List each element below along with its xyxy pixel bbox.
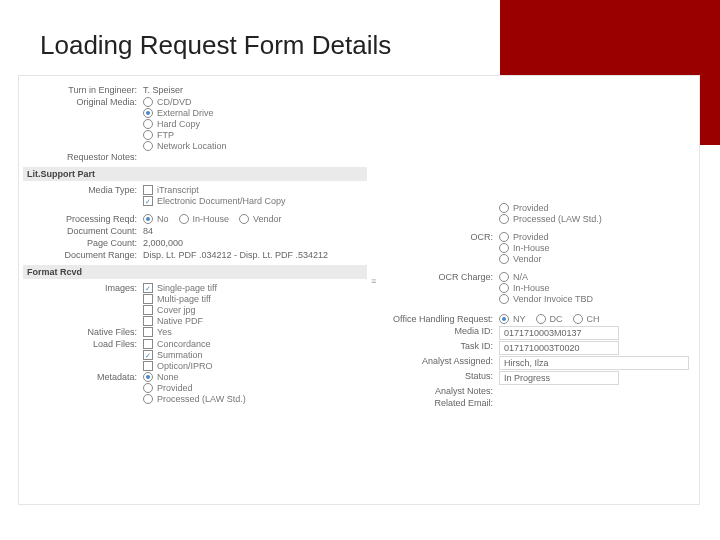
images-cov-label: Cover jpg bbox=[157, 305, 196, 315]
office-ny-option[interactable]: NY bbox=[499, 314, 526, 324]
meta-proc-option[interactable]: Processed (LAW Std.) bbox=[143, 394, 361, 404]
images-sp-option[interactable]: Single-page tiff bbox=[143, 283, 361, 293]
requestor-notes-row: Requestor Notes: bbox=[29, 152, 361, 163]
radio-icon bbox=[573, 314, 583, 324]
radio-icon bbox=[143, 141, 153, 151]
proc-inh-label: In-House bbox=[193, 214, 230, 224]
ocr-inh-option[interactable]: In-House bbox=[499, 243, 689, 253]
ocr-charge-row: OCR Charge: N/A In-House Vendor Invoice … bbox=[373, 272, 689, 304]
ocrcharge-na-option[interactable]: N/A bbox=[499, 272, 689, 282]
native-yes-option[interactable]: Yes bbox=[143, 327, 172, 337]
media-id-value[interactable]: 0171710003M0137 bbox=[499, 326, 619, 340]
media-cd-label: CD/DVD bbox=[157, 97, 192, 107]
metadata-row: Metadata: None Provided Processed (LAW S… bbox=[29, 372, 361, 404]
related-email-row: Related Email: bbox=[373, 398, 689, 409]
radio-icon bbox=[499, 203, 509, 213]
load-summ-option[interactable]: Summation bbox=[143, 350, 361, 360]
proc-ven-option[interactable]: Vendor bbox=[239, 214, 282, 224]
load-files-label: Load Files: bbox=[29, 339, 143, 349]
ocr-prov-option[interactable]: Provided bbox=[499, 232, 689, 242]
media-type-label: Media Type: bbox=[29, 185, 143, 195]
load-opt-label: Opticon/IPRO bbox=[157, 361, 213, 371]
radio-icon bbox=[499, 232, 509, 242]
processing-row: Processing Reqd: No In-House Vendor bbox=[29, 214, 361, 225]
metadata-label: Metadata: bbox=[29, 372, 143, 382]
radio-icon bbox=[143, 119, 153, 129]
media-ftp-option[interactable]: FTP bbox=[143, 130, 361, 140]
media-cd-option[interactable]: CD/DVD bbox=[143, 97, 361, 107]
load-conc-option[interactable]: Concordance bbox=[143, 339, 361, 349]
checkbox-icon bbox=[143, 283, 153, 293]
load-opt-option[interactable]: Opticon/IPRO bbox=[143, 361, 361, 371]
ocrcharge-inh-option[interactable]: In-House bbox=[499, 283, 689, 293]
checkbox-icon bbox=[143, 305, 153, 315]
media-type-edhc-option[interactable]: Electronic Document/Hard Copy bbox=[143, 196, 361, 206]
checkbox-icon bbox=[143, 316, 153, 326]
media-hc-option[interactable]: Hard Copy bbox=[143, 119, 361, 129]
page-count-label: Page Count: bbox=[29, 238, 143, 248]
radio-icon bbox=[143, 383, 153, 393]
ocrcharge-na-label: N/A bbox=[513, 272, 528, 282]
radio-icon bbox=[179, 214, 189, 224]
slide: Loading Request Form Details Turn in Eng… bbox=[0, 0, 720, 540]
status-select[interactable]: In Progress bbox=[499, 371, 619, 385]
media-id-label: Media ID: bbox=[373, 326, 499, 336]
office-ch-option[interactable]: CH bbox=[573, 314, 600, 324]
rmeta-prov-option[interactable]: Provided bbox=[499, 203, 689, 213]
analyst-notes-label: Analyst Notes: bbox=[373, 386, 499, 396]
original-media-row: Original Media: CD/DVD External Drive Ha… bbox=[29, 97, 361, 151]
processing-label: Processing Reqd: bbox=[29, 214, 143, 224]
task-id-row: Task ID: 0171710003T0020 bbox=[373, 341, 689, 355]
ocr-prov-label: Provided bbox=[513, 232, 549, 242]
office-dc-option[interactable]: DC bbox=[536, 314, 563, 324]
original-media-label: Original Media: bbox=[29, 97, 143, 107]
media-hc-label: Hard Copy bbox=[157, 119, 200, 129]
analyst-row: Analyst Assigned: Hirsch, Ilza bbox=[373, 356, 689, 370]
images-cov-option[interactable]: Cover jpg bbox=[143, 305, 361, 315]
radio-icon bbox=[143, 97, 153, 107]
radio-icon bbox=[499, 254, 509, 264]
meta-prov-label: Provided bbox=[157, 383, 193, 393]
media-ext-label: External Drive bbox=[157, 108, 214, 118]
proc-no-option[interactable]: No bbox=[143, 214, 169, 224]
ocr-ven-option[interactable]: Vendor bbox=[499, 254, 689, 264]
radio-icon bbox=[143, 372, 153, 382]
images-npdf-option[interactable]: Native PDF bbox=[143, 316, 361, 326]
checkbox-icon bbox=[143, 361, 153, 371]
task-id-value[interactable]: 0171710003T0020 bbox=[499, 341, 619, 355]
ocrcharge-inh-label: In-House bbox=[513, 283, 550, 293]
page-count-row: Page Count: 2,000,000 bbox=[29, 238, 361, 249]
radio-icon bbox=[143, 394, 153, 404]
radio-icon bbox=[143, 108, 153, 118]
status-label: Status: bbox=[373, 371, 499, 381]
resize-handle-icon[interactable]: ≡ bbox=[371, 276, 376, 286]
related-email-label: Related Email: bbox=[373, 398, 499, 408]
checkbox-icon bbox=[143, 196, 153, 206]
engineer-label: Turn in Engineer: bbox=[29, 85, 143, 95]
native-label: Native Files: bbox=[29, 327, 143, 337]
analyst-select[interactable]: Hirsch, Ilza bbox=[499, 356, 689, 370]
rmeta-proc-option[interactable]: Processed (LAW Std.) bbox=[499, 214, 689, 224]
ocr-label: OCR: bbox=[373, 232, 499, 242]
radio-icon bbox=[499, 294, 509, 304]
ocrcharge-vtbd-label: Vendor Invoice TBD bbox=[513, 294, 593, 304]
engineer-row: Turn in Engineer: T. Speiser bbox=[29, 85, 361, 96]
form-right-column: Provided Processed (LAW Std.) OCR: Provi… bbox=[373, 84, 689, 410]
media-net-option[interactable]: Network Location bbox=[143, 141, 361, 151]
meta-none-option[interactable]: None bbox=[143, 372, 361, 382]
rmeta-prov-label: Provided bbox=[513, 203, 549, 213]
media-type-itran-label: iTranscript bbox=[157, 185, 199, 195]
media-ftp-label: FTP bbox=[157, 130, 174, 140]
proc-inh-option[interactable]: In-House bbox=[179, 214, 230, 224]
radio-icon bbox=[499, 283, 509, 293]
task-id-label: Task ID: bbox=[373, 341, 499, 351]
meta-prov-option[interactable]: Provided bbox=[143, 383, 361, 393]
ocrcharge-vtbd-option[interactable]: Vendor Invoice TBD bbox=[499, 294, 689, 304]
media-ext-option[interactable]: External Drive bbox=[143, 108, 361, 118]
doc-count-row: Document Count: 84 bbox=[29, 226, 361, 237]
images-mp-option[interactable]: Multi-page tiff bbox=[143, 294, 361, 304]
media-type-itran-option[interactable]: iTranscript bbox=[143, 185, 361, 195]
office-label: Office Handling Request: bbox=[373, 314, 499, 324]
doc-count-value: 84 bbox=[143, 226, 361, 236]
section-litsupport: Lit.Support Part bbox=[23, 167, 367, 181]
